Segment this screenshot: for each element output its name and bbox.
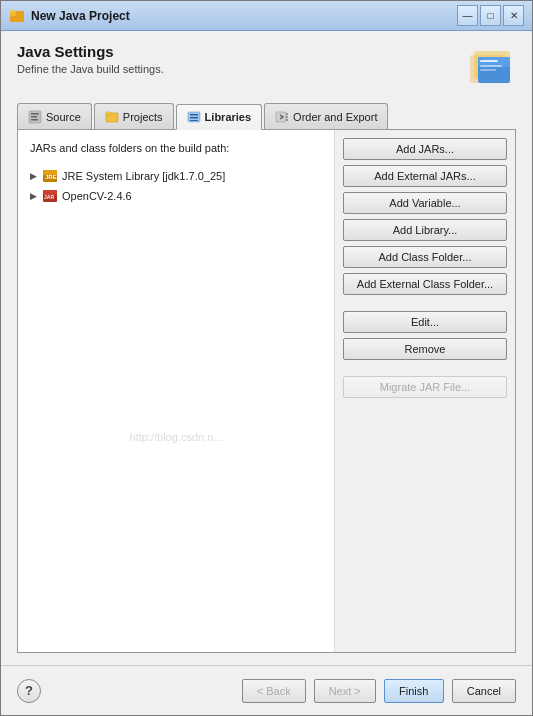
svg-rect-18 (190, 117, 198, 119)
button-spacer (343, 300, 507, 306)
tab-order-export[interactable]: Order and Export (264, 103, 388, 129)
window-title: New Java Project (31, 9, 457, 23)
svg-rect-7 (480, 60, 498, 62)
tabs-container: Source Projects Libraries (17, 103, 516, 130)
maximize-button[interactable]: □ (480, 5, 501, 26)
add-jars-button[interactable]: Add JARs... (343, 138, 507, 160)
header-section: Java Settings Define the Java build sett… (17, 43, 516, 91)
library-tree-panel: JARs and class folders on the build path… (18, 130, 335, 652)
tree-arrow-jre: ▶ (30, 171, 42, 181)
svg-rect-19 (190, 120, 198, 121)
remove-button[interactable]: Remove (343, 338, 507, 360)
titlebar-controls: — □ ✕ (457, 5, 524, 26)
tab-source[interactable]: Source (17, 103, 92, 129)
svg-rect-11 (31, 113, 39, 115)
svg-rect-12 (31, 116, 37, 118)
next-button[interactable]: Next > (314, 679, 376, 703)
add-library-button[interactable]: Add Library... (343, 219, 507, 241)
main-window: New Java Project — □ ✕ Java Settings Def… (0, 0, 533, 716)
header-text: Java Settings Define the Java build sett… (17, 43, 468, 75)
page-subtitle: Define the Java build settings. (17, 63, 468, 75)
svg-rect-2 (10, 10, 15, 13)
page-title: Java Settings (17, 43, 468, 60)
svg-rect-9 (480, 69, 496, 71)
header-icon (468, 43, 516, 91)
window-icon (9, 8, 25, 24)
svg-rect-13 (31, 119, 38, 121)
bottom-bar: ? < Back Next > Finish Cancel (1, 665, 532, 715)
tree-area: ▶ JRE JRE System Library [jdk1.7.0_25] (26, 164, 326, 208)
opencv-icon: JAR (42, 188, 58, 204)
tree-item-opencv[interactable]: ▶ JAR OpenCV-2.4.6 (26, 186, 326, 206)
svg-rect-15 (106, 112, 111, 115)
back-button[interactable]: < Back (242, 679, 306, 703)
close-button[interactable]: ✕ (503, 5, 524, 26)
add-class-folder-button[interactable]: Add Class Folder... (343, 246, 507, 268)
button-spacer-2 (343, 365, 507, 371)
migrate-jar-button[interactable]: Migrate JAR File... (343, 376, 507, 398)
opencv-label: OpenCV-2.4.6 (62, 190, 132, 202)
add-variable-button[interactable]: Add Variable... (343, 192, 507, 214)
action-buttons-panel: Add JARs... Add External JARs... Add Var… (335, 130, 515, 652)
tree-item-jre[interactable]: ▶ JRE JRE System Library [jdk1.7.0_25] (26, 166, 326, 186)
tab-projects[interactable]: Projects (94, 103, 174, 129)
panel-label: JARs and class folders on the build path… (26, 138, 326, 158)
svg-rect-20 (276, 112, 286, 122)
add-external-class-folder-button[interactable]: Add External Class Folder... (343, 273, 507, 295)
svg-text:JAR: JAR (44, 194, 54, 200)
svg-rect-8 (480, 65, 502, 67)
watermark: http://blog.csdn.n... (130, 431, 223, 443)
content-area: Java Settings Define the Java build sett… (1, 31, 532, 665)
title-bar: New Java Project — □ ✕ (1, 1, 532, 31)
cancel-button[interactable]: Cancel (452, 679, 516, 703)
svg-text:JRE: JRE (45, 174, 57, 180)
minimize-button[interactable]: — (457, 5, 478, 26)
finish-button[interactable]: Finish (384, 679, 444, 703)
tree-arrow-opencv: ▶ (30, 191, 42, 201)
edit-button[interactable]: Edit... (343, 311, 507, 333)
add-external-jars-button[interactable]: Add External JARs... (343, 165, 507, 187)
svg-rect-17 (190, 114, 198, 116)
jre-icon: JRE (42, 168, 58, 184)
jre-label: JRE System Library [jdk1.7.0_25] (62, 170, 225, 182)
main-panel: JARs and class folders on the build path… (17, 130, 516, 653)
tab-libraries[interactable]: Libraries (176, 104, 262, 130)
help-button[interactable]: ? (17, 679, 41, 703)
